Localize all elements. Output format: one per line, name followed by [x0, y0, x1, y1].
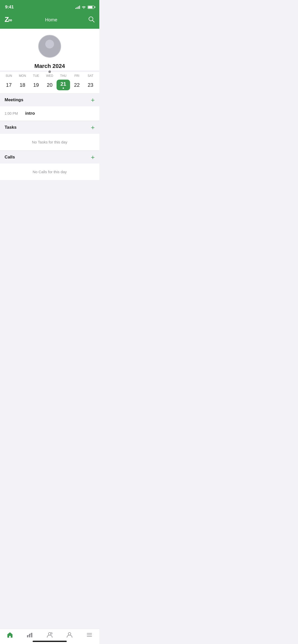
- svg-point-5: [45, 40, 54, 48]
- day-label-fri: FRI: [70, 73, 84, 79]
- month-title: March 2024: [0, 61, 99, 70]
- day-label-tue: TUE: [29, 73, 43, 79]
- day-label-sat: SAT: [84, 73, 97, 79]
- avatar-section: [0, 29, 99, 61]
- wifi-icon: [82, 5, 86, 9]
- date-17[interactable]: 17: [2, 80, 16, 90]
- meetings-add-button[interactable]: +: [91, 97, 95, 103]
- calls-section-header: Calls +: [0, 151, 99, 164]
- svg-text:∞: ∞: [8, 17, 12, 23]
- calendar-days-header: SUN MON TUE WED THU FRI SAT: [2, 72, 97, 80]
- date-20[interactable]: 20: [43, 80, 56, 90]
- today-dot-marker: [63, 87, 64, 89]
- meeting-title[interactable]: intro: [25, 111, 35, 116]
- day-label-thu: THU: [57, 73, 70, 79]
- background-fill: [0, 180, 99, 241]
- avatar: [38, 35, 61, 58]
- date-21-today[interactable]: 21: [57, 80, 70, 90]
- date-23[interactable]: 23: [84, 80, 97, 90]
- meeting-time: 1:00 PM: [5, 111, 21, 115]
- calls-title: Calls: [5, 155, 15, 160]
- tasks-section-header: Tasks +: [0, 121, 99, 134]
- day-label-mon: MON: [16, 73, 29, 79]
- battery-icon: [88, 6, 94, 9]
- search-icon[interactable]: [88, 16, 95, 24]
- signal-icon: [75, 5, 80, 9]
- app-logo: Z ∞: [5, 15, 14, 25]
- calls-empty: No Calls for this day: [0, 164, 99, 180]
- tasks-add-button[interactable]: +: [91, 124, 95, 131]
- status-time: 9:41: [5, 5, 14, 10]
- date-19[interactable]: 19: [29, 80, 43, 90]
- svg-line-3: [92, 20, 94, 22]
- status-bar: 9:41: [0, 0, 99, 13]
- meetings-title: Meetings: [5, 97, 23, 103]
- date-18[interactable]: 18: [16, 80, 29, 90]
- day-label-sun: SUN: [2, 73, 16, 79]
- calls-add-button[interactable]: +: [91, 154, 95, 160]
- status-icons: [75, 5, 94, 9]
- tasks-empty: No Tasks for this day: [0, 134, 99, 151]
- date-22[interactable]: 22: [70, 80, 84, 90]
- main-content: March 2024 SUN MON TUE WED THU FRI SAT 1…: [0, 29, 99, 264]
- meetings-section-header: Meetings +: [0, 93, 99, 106]
- avatar-silhouette: [39, 35, 61, 57]
- calendar-dates: 17 18 19 20 21 22 23: [2, 80, 97, 90]
- meeting-item: 1:00 PM intro: [0, 106, 99, 121]
- header: Z ∞ Home: [0, 13, 99, 29]
- day-label-wed: WED: [43, 73, 56, 79]
- header-title: Home: [45, 17, 57, 23]
- tasks-title: Tasks: [5, 125, 17, 130]
- calendar-section: SUN MON TUE WED THU FRI SAT 17 18 19 20 …: [0, 72, 99, 93]
